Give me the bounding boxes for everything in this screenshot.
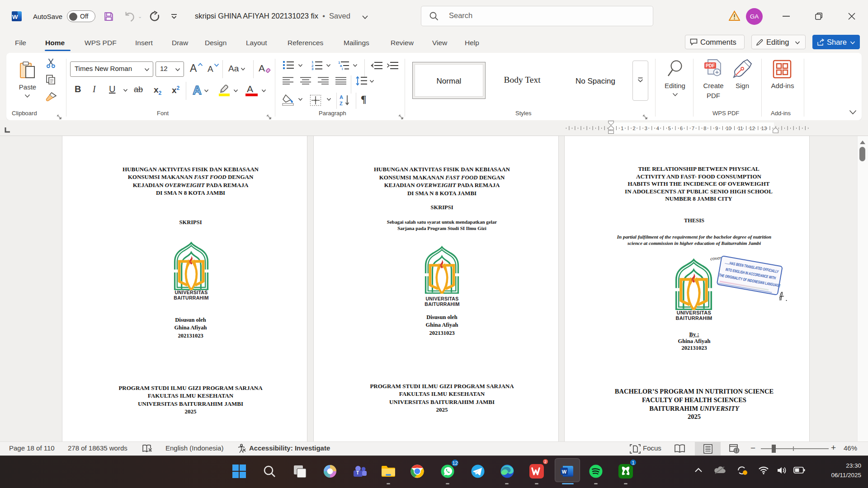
svg-text:9: 9 [715,126,718,131]
svg-text:13: 13 [761,126,767,131]
svg-text:11: 11 [738,126,743,131]
svg-text:12: 12 [750,126,755,131]
svg-text:1: 1 [621,126,623,131]
svg-text:W: W [562,469,567,474]
svg-text:3: 3 [645,126,647,131]
svg-text:T: T [356,470,359,475]
svg-text:8: 8 [703,126,706,131]
svg-text:10: 10 [726,126,731,131]
svg-text:5: 5 [668,126,671,131]
svg-text:2: 2 [632,126,635,131]
svg-text:6: 6 [680,126,683,131]
svg-text:4: 4 [656,126,659,131]
svg-text:7: 7 [692,126,694,131]
